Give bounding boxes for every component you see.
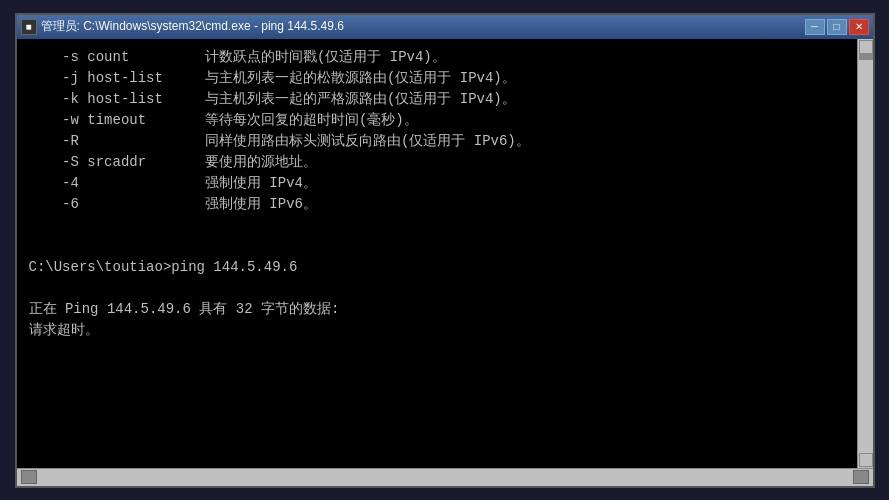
minimize-button[interactable]: ─ [805,19,825,35]
scroll-up-button[interactable]: ▲ [859,40,873,54]
scroll-down-button[interactable]: ▼ [859,453,873,467]
console-line: 正在 Ping 144.5.49.6 具有 32 字节的数据: [29,299,861,320]
horizontal-scrollbar[interactable] [17,468,873,486]
console-line: -w timeout 等待每次回复的超时时间(毫秒)。 [29,110,861,131]
close-button[interactable]: ✕ [849,19,869,35]
scroll-left-button[interactable] [21,470,37,484]
console-line: -6 强制使用 IPv6。 [29,194,861,215]
window-icon: ■ [21,19,37,35]
maximize-button[interactable]: □ [827,19,847,35]
console-area: -s count 计数跃点的时间戳(仅适用于 IPv4)。 -j host-li… [17,39,873,468]
console-line: 请求超时。 [29,320,861,341]
console-line: -S srcaddr 要使用的源地址。 [29,152,861,173]
console-line [29,215,861,236]
title-bar-left: ■ 管理员: C:\Windows\system32\cmd.exe - pin… [21,18,344,35]
cmd-window: ■ 管理员: C:\Windows\system32\cmd.exe - pin… [15,13,875,488]
console-line [29,278,861,299]
console-line: C:\Users\toutiao>ping 144.5.49.6 [29,257,861,278]
window-title: 管理员: C:\Windows\system32\cmd.exe - ping … [41,18,344,35]
vertical-scrollbar[interactable]: ▲ ▼ [857,39,873,468]
console-output: -s count 计数跃点的时间戳(仅适用于 IPv4)。 -j host-li… [29,47,861,341]
title-bar: ■ 管理员: C:\Windows\system32\cmd.exe - pin… [17,15,873,39]
console-line: -s count 计数跃点的时间戳(仅适用于 IPv4)。 [29,47,861,68]
console-line: -j host-list 与主机列表一起的松散源路由(仅适用于 IPv4)。 [29,68,861,89]
console-line: -k host-list 与主机列表一起的严格源路由(仅适用于 IPv4)。 [29,89,861,110]
console-line [29,236,861,257]
horizontal-scroll-track[interactable] [39,470,851,484]
console-line: -4 强制使用 IPv4。 [29,173,861,194]
title-bar-buttons: ─ □ ✕ [805,19,869,35]
scroll-right-button[interactable] [853,470,869,484]
console-line: -R 同样使用路由标头测试反向路由(仅适用于 IPv6)。 [29,131,861,152]
